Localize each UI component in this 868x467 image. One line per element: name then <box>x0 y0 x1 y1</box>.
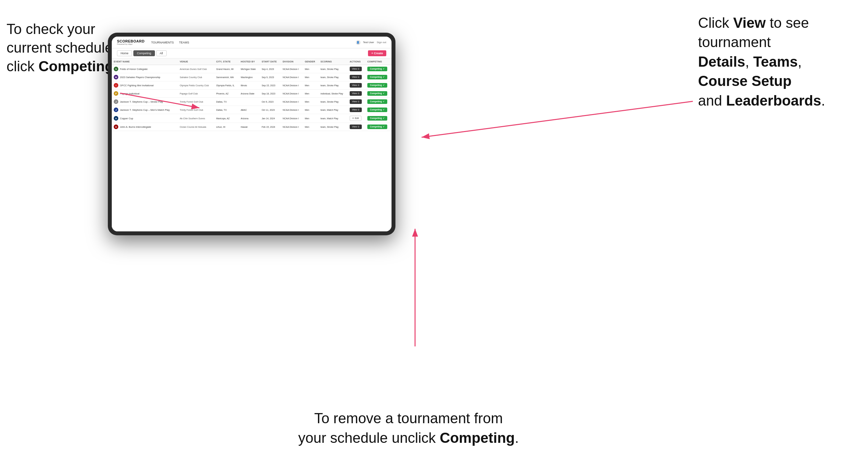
sign-out-link[interactable]: Sign out <box>377 41 386 44</box>
ann-bottom-line2: your schedule unclick <box>299 430 440 446</box>
start-date-cell: Jan 14, 2024 <box>260 114 281 123</box>
gender-cell: Men <box>303 114 319 123</box>
competing-cell: Competing ✓ <box>365 114 392 123</box>
competing-button[interactable]: Competing ✓ <box>367 67 387 71</box>
view-button[interactable]: View ⊙ <box>350 91 362 96</box>
division-cell: NCAA Division I <box>281 106 303 114</box>
col-scoring: SCORING <box>319 59 348 65</box>
edit-button[interactable]: ✏ Edit <box>350 116 362 121</box>
gender-cell: Men <box>303 82 319 90</box>
annotation-bottom: To remove a tournament from your schedul… <box>294 408 523 447</box>
division-cell: NCAA Division I <box>281 90 303 98</box>
ann-teams-bold: Teams <box>753 54 798 70</box>
hosted-by-cell: Arizona <box>239 114 259 123</box>
nav-teams[interactable]: TEAMS <box>179 41 189 44</box>
competing-button[interactable]: Competing ✓ <box>367 75 387 80</box>
ann-bottom-line1: To remove a tournament from <box>314 410 503 426</box>
view-button[interactable]: View ⊙ <box>350 107 362 112</box>
gender-cell: Men <box>303 90 319 98</box>
table-row: J Jackson T. Stephens Cup – Stroke Play … <box>112 98 392 106</box>
competing-button[interactable]: Competing ✓ <box>367 116 387 121</box>
event-name: Jackson T. Stephens Cup – Stroke Play <box>120 100 163 103</box>
scoring-cell: team, Match Play <box>319 106 348 114</box>
division-cell: NCAA Division I <box>281 123 303 131</box>
view-button[interactable]: View ⊙ <box>350 99 362 104</box>
venue-cell: Papago Golf Club <box>178 90 214 98</box>
filter-bar: Home Competing All + Create <box>112 49 392 59</box>
ann-leaderboards-bold: Leaderboards <box>726 92 821 108</box>
ann-course-bold: Course Setup <box>698 73 792 89</box>
event-name-cell: W 2023 Sahalee Players Championship <box>112 73 178 82</box>
event-name: 2023 Sahalee Players Championship <box>120 76 160 79</box>
start-date-cell: Sep 9, 2023 <box>260 73 281 82</box>
view-button[interactable]: View ⊙ <box>350 125 362 129</box>
competing-button[interactable]: Competing ✓ <box>367 99 387 104</box>
table-row: W 2023 Sahalee Players Championship Saha… <box>112 73 392 82</box>
city-state-cell: Dallas, TX <box>214 106 239 114</box>
venue-cell: Trinity Forest Golf Club <box>178 98 214 106</box>
col-venue: VENUE <box>178 59 214 65</box>
team-logo: I <box>114 83 118 88</box>
ann-tournament: tournament <box>698 34 771 50</box>
actions-cell: ✏ Edit <box>348 114 365 123</box>
venue-cell: Ocean Course At Hokuala <box>178 123 214 131</box>
event-name-cell: J Jackson T. Stephens Cup – Stroke Play <box>112 98 178 106</box>
hosted-by-cell: Washington <box>239 73 259 82</box>
competing-button[interactable]: Competing ✓ <box>367 125 387 129</box>
ann-details-bold: Details <box>698 54 745 70</box>
tab-competing[interactable]: Competing <box>133 50 155 56</box>
gender-cell: Men <box>303 123 319 131</box>
create-button[interactable]: + Create <box>368 50 386 56</box>
table-row: S Folds of Honor Collegiate American Dun… <box>112 65 392 73</box>
view-button[interactable]: View ⊙ <box>350 75 362 80</box>
view-button[interactable]: View ⊙ <box>350 67 362 71</box>
hosted-by-cell: Arizona State <box>239 90 259 98</box>
col-competing: COMPETING <box>365 59 392 65</box>
svg-line-4 <box>422 101 693 137</box>
tournaments-table-container: EVENT NAME VENUE CITY, STATE HOSTED BY S… <box>112 59 392 231</box>
actions-cell: View ⊙ <box>348 123 365 131</box>
competing-button[interactable]: Competing ✓ <box>367 91 387 96</box>
start-date-cell: Sep 18, 2023 <box>260 90 281 98</box>
team-logo: P <box>114 91 118 96</box>
competing-button[interactable]: Competing ✓ <box>367 107 387 112</box>
view-button[interactable]: View ⊙ <box>350 83 362 88</box>
ann-bottom-competing: Competing <box>439 430 515 446</box>
start-date-cell: Oct 11, 2023 <box>260 106 281 114</box>
ann-view-bold: View <box>733 15 766 31</box>
city-state-cell: Maricopa, AZ <box>214 114 239 123</box>
venue-cell: American Dunes Golf Club <box>178 65 214 73</box>
city-state-cell: Lihue, HI <box>214 123 239 131</box>
gender-cell: Men <box>303 65 319 73</box>
ann-click: Click <box>698 15 733 31</box>
tab-all[interactable]: All <box>156 50 167 56</box>
navbar-left: SCOREBOARD Powered by clippi TOURNAMENTS… <box>117 39 189 45</box>
start-date-cell: Sep 15, 2023 <box>260 82 281 90</box>
user-icon: 👤 <box>356 40 361 45</box>
event-name: Jackson T. Stephens Cup – Men's Match Pl… <box>120 108 169 112</box>
actions-cell: View ⊙ <box>348 90 365 98</box>
annotation-competing-bold: Competing <box>38 58 114 74</box>
navbar: SCOREBOARD Powered by clippi TOURNAMENTS… <box>112 37 392 49</box>
competing-button[interactable]: Competing ✓ <box>367 83 387 88</box>
hosted-by-cell: Hawaii <box>239 123 259 131</box>
competing-cell: Competing ✓ <box>365 65 392 73</box>
gender-cell: Men <box>303 73 319 82</box>
start-date-cell: Oct 9, 2023 <box>260 98 281 106</box>
division-cell: NCAA Division I <box>281 98 303 106</box>
brand-title: SCOREBOARD <box>117 39 145 43</box>
col-gender: GENDER <box>303 59 319 65</box>
ann-comma2: , <box>798 54 802 70</box>
team-logo: W <box>114 75 118 80</box>
ann-bottom-period: . <box>515 430 519 446</box>
tab-home[interactable]: Home <box>117 50 132 56</box>
annotation-line3: click <box>6 58 38 74</box>
ann-period2: . <box>821 92 825 108</box>
nav-tournaments[interactable]: TOURNAMENTS <box>151 41 174 44</box>
competing-cell: Competing ✓ <box>365 90 392 98</box>
col-hosted-by: HOSTED BY <box>239 59 259 65</box>
event-name-cell: J Jackson T. Stephens Cup – Men's Match … <box>112 106 178 114</box>
division-cell: NCAA Division I <box>281 65 303 73</box>
event-name: Copper Cup <box>120 117 133 120</box>
table-row: P Papago Individual Papago Golf ClubPhoe… <box>112 90 392 98</box>
